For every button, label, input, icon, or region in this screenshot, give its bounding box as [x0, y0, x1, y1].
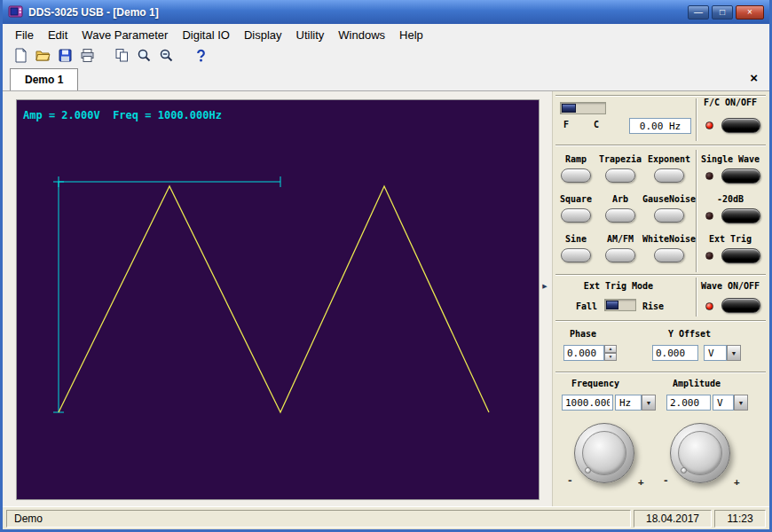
frequency-label: Frequency [558, 379, 633, 388]
ext-trig-label: Ext Trig [693, 234, 768, 244]
single-wave-button[interactable] [721, 168, 760, 184]
amplitude-knob-plus: + [734, 476, 740, 488]
amplitude-knob[interactable] [670, 423, 730, 483]
menu-edit[interactable]: Edit [41, 26, 75, 44]
zoom-out-icon [159, 48, 174, 66]
wave-onoff-led [705, 302, 713, 310]
fc-f-label: F [560, 120, 572, 129]
trig-edge-slider[interactable] [604, 299, 636, 311]
save-button[interactable] [54, 47, 76, 66]
app-icon [8, 4, 23, 20]
help-button[interactable] [190, 47, 212, 66]
new-button[interactable] [10, 47, 32, 66]
square-button[interactable] [561, 208, 591, 223]
tab-demo1[interactable]: Demo 1 [10, 68, 78, 90]
sine-button[interactable] [561, 248, 591, 262]
status-date: 18.04.2017 [634, 510, 712, 528]
frequency-field[interactable] [562, 395, 613, 411]
exponent-button[interactable] [654, 168, 684, 183]
group-divider [696, 150, 697, 272]
ramp-button[interactable] [561, 168, 591, 183]
menu-wave-parameter[interactable]: Wave Parameter [75, 26, 175, 44]
status-bar: Demo 18.04.2017 11:23 [3, 506, 769, 529]
menu-help[interactable]: Help [392, 26, 430, 44]
amplitude-field[interactable] [666, 395, 711, 411]
amplitude-knob-indicator [681, 467, 687, 473]
menu-utility[interactable]: Utility [289, 26, 332, 44]
sine-label: Sine [554, 234, 598, 244]
minimize-button[interactable]: — [688, 5, 709, 20]
frequency-unit: Hz [615, 395, 642, 411]
group-divider [696, 98, 697, 141]
group-divider [696, 278, 697, 317]
frequency-knob-minus: - [567, 474, 573, 486]
fc-onoff-button[interactable] [721, 118, 760, 133]
phase-field[interactable] [563, 345, 604, 361]
ext-trig-led [705, 252, 713, 260]
y-offset-field[interactable] [652, 345, 698, 361]
tab-close-icon[interactable]: × [750, 71, 758, 84]
menu-display[interactable]: Display [237, 26, 289, 44]
window-title: DDS-3025 USB - [Demo 1] [28, 6, 682, 19]
phase-spin-up[interactable]: ▲ [604, 345, 617, 353]
waveform-canvas [17, 100, 539, 499]
y-offset-label: Y Offset [663, 329, 716, 339]
menu-file[interactable]: File [8, 26, 41, 44]
menu-windows[interactable]: Windows [331, 26, 392, 44]
fc-slider-handle[interactable] [562, 104, 576, 113]
amplitude-knob-minus: - [663, 474, 669, 486]
ext-trig-mode-label: Ext Trig Mode [556, 281, 681, 291]
amplitude-unit-dropdown[interactable]: ▼ [734, 395, 748, 411]
y-offset-unit: V [704, 345, 727, 361]
frequency-knob-indicator [585, 467, 591, 473]
y-offset-unit-dropdown[interactable]: ▼ [727, 345, 741, 361]
wave-onoff-label: Wave ON/OFF [693, 281, 768, 291]
menu-digital-io[interactable]: Digital IO [175, 26, 236, 44]
copy-button[interactable] [111, 47, 133, 66]
ramp-label: Ramp [554, 154, 598, 164]
control-panel: F C F/C ON/OFF Ramp Trapezia Exponent Si… [552, 91, 769, 506]
print-icon [80, 48, 95, 66]
client-area: Amp = 2.000V Freq = 1000.000Hz ▶ F C F/C… [3, 91, 769, 506]
fc-slider[interactable] [560, 102, 606, 114]
group-divider [555, 372, 766, 373]
group-divider [555, 320, 766, 322]
toolbar [3, 45, 769, 68]
status-mode: Demo [6, 510, 631, 528]
group-divider [555, 145, 766, 146]
new-document-icon [13, 48, 28, 66]
zoom-in-icon [137, 48, 152, 66]
window-controls: — □ × [688, 5, 764, 20]
help-icon [193, 48, 209, 66]
zoom-in-button[interactable] [133, 47, 155, 66]
waveform-trace [59, 186, 489, 412]
zoom-out-button[interactable] [155, 47, 177, 66]
app-window: DDS-3025 USB - [Demo 1] — □ × File Edit … [0, 0, 772, 532]
arb-label: Arb [598, 194, 642, 204]
trapezia-button[interactable] [605, 168, 635, 183]
whitenoise-button[interactable] [654, 248, 684, 262]
frequency-knob[interactable] [574, 423, 634, 483]
minus20db-led [705, 212, 713, 220]
maximize-button[interactable]: □ [712, 5, 733, 20]
print-button[interactable] [76, 47, 98, 66]
arb-button[interactable] [605, 208, 635, 223]
gausenoise-button[interactable] [654, 208, 684, 223]
amfm-button[interactable] [605, 248, 635, 262]
wave-onoff-button[interactable] [721, 298, 760, 313]
fc-value-field[interactable] [629, 118, 691, 134]
menu-bar: File Edit Wave Parameter Digital IO Disp… [3, 24, 769, 45]
fall-label: Fall [572, 301, 601, 311]
phase-spin-down[interactable]: ▼ [604, 353, 617, 361]
gausenoise-label: GauseNoise [642, 194, 697, 204]
fc-c-label: C [590, 120, 603, 129]
trig-edge-slider-handle[interactable] [606, 301, 618, 309]
close-button[interactable]: × [736, 5, 764, 20]
frequency-unit-dropdown[interactable]: ▼ [642, 395, 656, 411]
tab-bar: Demo 1 × [3, 68, 769, 91]
minus20db-button[interactable] [721, 208, 760, 223]
measurement-markers [53, 176, 280, 412]
ext-trig-button[interactable] [721, 248, 760, 263]
open-button[interactable] [32, 47, 54, 66]
panel-splitter-arrow[interactable]: ▶ [540, 279, 550, 293]
